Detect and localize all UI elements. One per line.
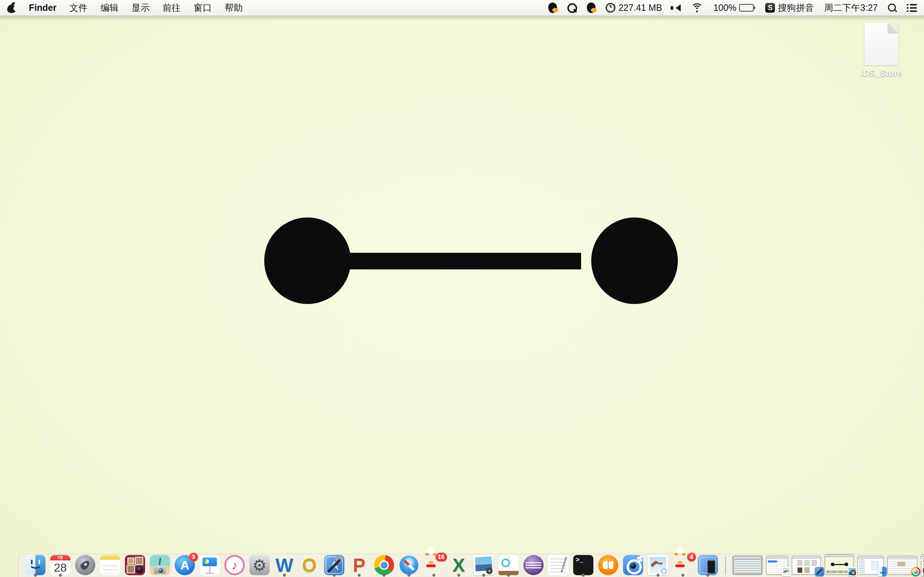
dock-app-outlook[interactable]: O bbox=[299, 554, 320, 577]
desktop-wallpaper[interactable]: .DS_Store bbox=[0, 16, 924, 577]
magnifier-status-icon[interactable] bbox=[567, 3, 577, 13]
dock-app-chrome[interactable] bbox=[373, 554, 394, 577]
running-indicator bbox=[706, 574, 709, 577]
dock-app-dictionary[interactable] bbox=[498, 554, 519, 577]
photo-thumb bbox=[804, 567, 809, 573]
word-icon: W bbox=[274, 555, 294, 575]
desktop-file-ds-store[interactable]: .DS_Store bbox=[859, 23, 904, 78]
minimized-finder-window[interactable] bbox=[858, 556, 884, 574]
dock-app-photo-booth[interactable] bbox=[124, 554, 145, 577]
qq-status-icon-2[interactable] bbox=[587, 3, 596, 13]
file-label: .DS_Store bbox=[859, 68, 904, 78]
input-method[interactable]: S 搜狗拼音 bbox=[765, 2, 814, 14]
minimized-chrome-page-window[interactable] bbox=[888, 556, 917, 574]
menu-help[interactable]: 帮助 bbox=[225, 2, 242, 14]
apple-menu-icon[interactable] bbox=[7, 3, 16, 13]
window-titlebar bbox=[858, 556, 883, 559]
battery-status[interactable]: 100% bbox=[713, 3, 755, 13]
dock-app-preview[interactable] bbox=[473, 554, 494, 577]
menu-bar-left: Finder 文件 编辑 显示 前往 窗口 帮助 bbox=[7, 2, 242, 14]
running-indicator bbox=[59, 574, 62, 577]
dock-app-finder[interactable] bbox=[25, 554, 46, 577]
minimized-mail-list-window[interactable] bbox=[766, 556, 788, 574]
clock[interactable]: 周二下午3:27 bbox=[824, 2, 878, 14]
dock-app-eclipse[interactable] bbox=[523, 554, 544, 577]
dock-app-app-store[interactable]: A 3 bbox=[174, 554, 195, 577]
dock-app-powerpoint[interactable]: P bbox=[349, 554, 370, 577]
dock-app-system-preferences[interactable]: ⚙ bbox=[249, 554, 270, 577]
dock-app-simulator[interactable] bbox=[697, 554, 718, 577]
dock-app-excel[interactable]: X bbox=[448, 554, 469, 577]
dock-app-mail[interactable] bbox=[648, 554, 669, 577]
minimized-photos-grid-window[interactable] bbox=[792, 556, 821, 574]
eclipse-orb-icon bbox=[523, 555, 544, 575]
network-usage-value: 227.41 MB bbox=[618, 3, 662, 13]
photo-thumb bbox=[812, 560, 817, 566]
keynote-podium-icon bbox=[200, 555, 220, 575]
selected-row bbox=[768, 561, 777, 562]
running-indicator bbox=[657, 574, 659, 577]
qq-status-icon[interactable] bbox=[548, 3, 557, 13]
document-icon bbox=[864, 23, 898, 65]
baymax-right-eye bbox=[591, 218, 678, 304]
chrome-icon bbox=[374, 555, 394, 575]
safari-compass-icon bbox=[399, 555, 419, 575]
gauge-icon bbox=[606, 3, 615, 13]
dock-separator bbox=[725, 556, 726, 575]
dock-app-calendar[interactable]: 7月 28 bbox=[50, 554, 71, 577]
notification-badge: 4 bbox=[687, 553, 696, 562]
menu-go[interactable]: 前往 bbox=[162, 2, 181, 14]
dock-app-qq[interactable]: 16 bbox=[423, 554, 444, 577]
menu-window[interactable]: 窗口 bbox=[194, 2, 212, 14]
notification-center-icon[interactable] bbox=[907, 4, 917, 12]
wifi-icon[interactable] bbox=[691, 3, 703, 13]
dock-app-ibooks[interactable] bbox=[598, 554, 619, 577]
terminal-icon: >_ bbox=[573, 555, 593, 575]
battery-charging-icon bbox=[739, 4, 755, 11]
menu-file[interactable]: 文件 bbox=[69, 2, 87, 14]
running-indicator bbox=[457, 574, 460, 577]
dock-app-safari[interactable] bbox=[399, 554, 419, 577]
baymax-left-eye bbox=[264, 218, 351, 304]
window-titlebar bbox=[888, 556, 917, 559]
active-app-name[interactable]: Finder bbox=[29, 3, 56, 13]
minimized-baymax-image-window[interactable] bbox=[825, 554, 854, 574]
dock-app-xcode[interactable] bbox=[324, 554, 345, 577]
spotlight-icon[interactable] bbox=[888, 3, 897, 12]
powerpoint-icon: P bbox=[349, 555, 369, 575]
network-monitor[interactable]: 227.41 MB bbox=[606, 3, 662, 13]
dock-app-terminal[interactable]: >_ bbox=[573, 554, 594, 577]
notes-icon bbox=[100, 555, 120, 575]
minimized-photo-strip-window[interactable] bbox=[921, 554, 924, 577]
excel-x-glyph: X bbox=[449, 555, 469, 575]
volume-icon[interactable] bbox=[672, 4, 681, 11]
window-titlebar bbox=[825, 554, 853, 557]
finder-sidebar bbox=[859, 559, 865, 573]
calendar-month: 7月 bbox=[50, 555, 70, 561]
dock-app-word[interactable]: W bbox=[274, 554, 295, 577]
dock-app-qq2[interactable]: 4 bbox=[672, 554, 693, 577]
mini-baymax-face bbox=[831, 562, 848, 566]
photo-thumb bbox=[804, 560, 809, 566]
minimized-console-log-window[interactable] bbox=[733, 556, 762, 574]
itools-eye-icon bbox=[623, 555, 643, 575]
running-indicator bbox=[383, 574, 386, 577]
notification-badge: 3 bbox=[189, 553, 198, 562]
running-indicator bbox=[283, 574, 286, 577]
window-titlebar bbox=[921, 554, 924, 557]
outlook-o-glyph: O bbox=[299, 555, 320, 575]
menu-edit[interactable]: 编辑 bbox=[100, 2, 118, 14]
dock-app-notes[interactable] bbox=[100, 554, 121, 577]
dock-app-iphoto[interactable] bbox=[149, 554, 170, 577]
finder-icon bbox=[25, 555, 45, 575]
running-indicator bbox=[582, 574, 585, 577]
menu-view[interactable]: 显示 bbox=[131, 2, 149, 14]
dock-app-textedit[interactable] bbox=[548, 554, 569, 577]
dock-app-itools[interactable] bbox=[623, 554, 643, 577]
dock-app-itunes[interactable]: ♪ bbox=[224, 554, 245, 577]
dock-app-launchpad[interactable] bbox=[75, 554, 96, 577]
running-indicator bbox=[358, 574, 360, 577]
photo-thumb bbox=[797, 560, 802, 566]
dock-app-keynote[interactable] bbox=[199, 554, 220, 577]
music-note-glyph: ♪ bbox=[225, 555, 245, 575]
